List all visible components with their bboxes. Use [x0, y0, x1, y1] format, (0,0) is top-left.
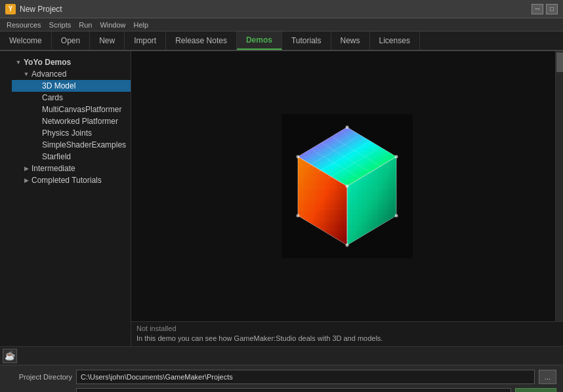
- tree-item-yoyo-demos[interactable]: ▼ YoYo Demos: [12, 56, 131, 68]
- svg-point-22: [346, 243, 349, 246]
- tab-import[interactable]: Import: [125, 31, 166, 50]
- icon-bar: ☕: [0, 346, 563, 364]
- svg-point-18: [297, 155, 300, 158]
- expand-yoyo-icon: ▼: [14, 58, 22, 66]
- directory-label: Project Directory: [7, 373, 72, 381]
- preview-panel: Not installed In this demo you can see h…: [131, 51, 563, 346]
- preview-image: [131, 51, 563, 321]
- sidebar: ▼ YoYo Demos ▼ Advanced 3D Model: [0, 51, 131, 346]
- coffee-icon-button[interactable]: ☕: [3, 349, 17, 363]
- expand-advanced-icon: ▼: [22, 70, 30, 78]
- menu-run[interactable]: Run: [75, 21, 96, 29]
- tree-item-physics-joints[interactable]: Physics Joints: [12, 127, 131, 139]
- svg-point-16: [346, 125, 349, 128]
- minimize-button[interactable]: ─: [532, 4, 543, 14]
- tree-item-shader[interactable]: SimpleShaderExamples: [12, 139, 131, 151]
- tab-news[interactable]: News: [331, 31, 370, 50]
- tab-licenses[interactable]: Licenses: [370, 31, 420, 50]
- svg-point-17: [395, 155, 398, 158]
- svg-point-20: [395, 214, 398, 217]
- scrollbar-thumb[interactable]: [556, 52, 563, 72]
- tree-item-3d-model[interactable]: 3D Model: [12, 80, 131, 92]
- expand-intermediate-icon: ▶: [22, 165, 30, 172]
- tab-release-notes[interactable]: Release Notes: [166, 31, 237, 50]
- expand-completed-icon: ▶: [22, 176, 30, 184]
- tab-bar: Welcome Open New Import Release Notes De…: [0, 31, 563, 51]
- title-bar: Y New Project ─ □: [0, 0, 563, 18]
- svg-point-21: [297, 214, 300, 217]
- tab-open[interactable]: Open: [52, 31, 90, 50]
- tree-item-networked[interactable]: Networked Platformer: [12, 115, 131, 127]
- create-button[interactable]: Create: [515, 388, 556, 392]
- tab-tutorials[interactable]: Tutorials: [282, 31, 331, 50]
- directory-input[interactable]: [76, 370, 535, 384]
- not-installed-label: Not installed: [136, 324, 558, 332]
- app-icon: Y: [5, 4, 16, 14]
- project-name-input[interactable]: [76, 388, 511, 392]
- expand-3dmodel-icon: [33, 82, 41, 90]
- browse-button[interactable]: ...: [539, 370, 556, 384]
- tree-item-multicanvas[interactable]: MultiCanvasPlatformer: [12, 104, 131, 115]
- name-row: Project Name Create: [7, 388, 556, 392]
- directory-row: Project Directory ...: [7, 370, 556, 384]
- preview-scrollbar[interactable]: [555, 51, 563, 321]
- tree-item-completed[interactable]: ▶ Completed Tutorials: [12, 174, 131, 186]
- window-controls: ─ □: [532, 4, 558, 14]
- tab-welcome[interactable]: Welcome: [0, 31, 52, 50]
- tree-item-intermediate[interactable]: ▶ Intermediate: [12, 163, 131, 174]
- menu-resources[interactable]: Resources: [3, 21, 45, 29]
- tree-item-cards[interactable]: Cards: [12, 92, 131, 104]
- tree-item-advanced[interactable]: ▼ Advanced: [12, 68, 131, 80]
- tree-scroll[interactable]: ▼ YoYo Demos ▼ Advanced 3D Model: [0, 54, 131, 343]
- tab-new[interactable]: New: [90, 31, 125, 50]
- menu-help[interactable]: Help: [130, 21, 153, 29]
- menu-bar: Resources Scripts Run Window Help: [0, 18, 563, 31]
- maximize-button[interactable]: □: [546, 4, 558, 14]
- tab-demos[interactable]: Demos: [237, 31, 282, 50]
- 3d-cube-svg: [282, 114, 413, 258]
- window-title: New Project: [20, 5, 62, 14]
- status-bar: Not installed In this demo you can see h…: [131, 321, 563, 346]
- menu-scripts[interactable]: Scripts: [45, 21, 75, 29]
- main-content: ▼ YoYo Demos ▼ Advanced 3D Model: [0, 51, 563, 346]
- svg-point-19: [346, 184, 349, 187]
- menu-window[interactable]: Window: [96, 21, 129, 29]
- preview-description: In this demo you can see how GameMaker:S…: [136, 334, 558, 343]
- bottom-bar: Project Directory ... Project Name Creat…: [0, 364, 563, 392]
- tree-item-starfield[interactable]: Starfield: [12, 151, 131, 163]
